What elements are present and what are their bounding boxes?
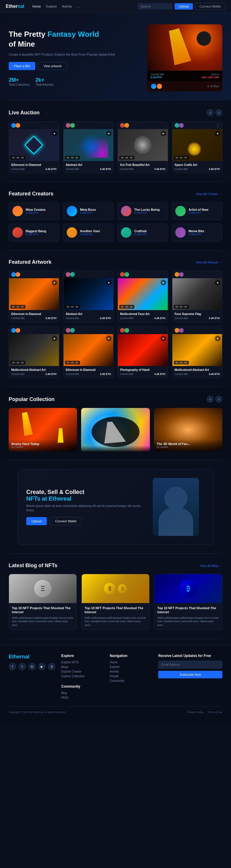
blog-image-1: Ξ bbox=[9, 574, 77, 603]
hero-card-avatars: ♥ 22 likes bbox=[147, 81, 222, 92]
creator-card-6[interactable]: Another User 0.196 ETH bbox=[63, 223, 114, 242]
subscribe-button[interactable]: Subscribe Now bbox=[158, 671, 222, 678]
creator-card-7[interactable]: Craftoid 5.196 ETH bbox=[117, 223, 168, 242]
hero-nft-card[interactable]: Current Bid 0.33 ETH End In 100 | 100 | … bbox=[147, 24, 222, 92]
footer-nav-link-1[interactable]: Home bbox=[110, 661, 152, 664]
nav-link-more[interactable]: ... bbox=[77, 5, 80, 8]
artwork-heart-7[interactable]: ♥ bbox=[160, 336, 166, 341]
footer-community-link-1[interactable]: Blog bbox=[61, 691, 104, 694]
creator-card-5[interactable]: Biggest Bang 0.196 ETH bbox=[9, 223, 60, 242]
social-youtube-icon[interactable]: ▶ bbox=[38, 663, 46, 670]
artwork-card-6[interactable]: 00 : 00 : 00 ♥ Ethereum in Diamond Curre… bbox=[63, 326, 114, 378]
artwork-card-7[interactable]: ♥ Photography of Hand Current Bid 3.45 E… bbox=[118, 326, 168, 378]
collection-card-1[interactable]: Brainy Here Today by creator bbox=[9, 408, 77, 452]
social-facebook-icon[interactable]: f bbox=[9, 663, 16, 670]
blog-card-2[interactable]: ₿ ₿ Top 10 NFT Projects That Shocked The… bbox=[81, 574, 150, 630]
view-artwork-button[interactable]: View artwork bbox=[38, 62, 67, 70]
card-heart-3[interactable]: ♥ bbox=[160, 131, 166, 136]
auction-card-2[interactable]: 00 : 00 : 00 ♥ Abstract Art Current Bid … bbox=[63, 121, 114, 173]
card-more-4[interactable]: ⋮ bbox=[216, 123, 220, 128]
terms-link[interactable]: Terms of use bbox=[207, 711, 222, 714]
footer-nav-link-3[interactable]: Activity bbox=[110, 670, 152, 673]
person-visual bbox=[153, 478, 199, 536]
artwork-heart-3[interactable]: ♥ bbox=[160, 280, 166, 285]
footer-explore-link-1[interactable]: Explore NFTs bbox=[61, 661, 104, 664]
artwork-card-8[interactable]: 00 : 00 : 00 ♥ Multicolored Abstract Art… bbox=[172, 326, 223, 378]
creator-card-4[interactable]: Artist of Now 3.196 ETH bbox=[171, 202, 222, 220]
artwork-card-2[interactable]: 00 : 00 : 00 ♥ Abstract Art Current Bid … bbox=[63, 271, 114, 322]
blog-image-2: ₿ ₿ bbox=[82, 574, 149, 603]
auction-next-button[interactable]: › bbox=[216, 109, 222, 116]
artwork-heart-4[interactable]: ♥ bbox=[215, 280, 221, 285]
hero-buttons: Place a Bid View artwork bbox=[9, 62, 142, 70]
auction-card-1[interactable]: 00 : 00 : 00 ♥ Ethereum in Diamond Curre… bbox=[9, 121, 59, 173]
artwork-card-3[interactable]: 00 : 00 : 00 ♥ Multicolored Face Art Cur… bbox=[118, 271, 168, 322]
footer-explore-link-4[interactable]: Explore Collection bbox=[61, 675, 104, 678]
artwork-title-3: Multicolored Face Art bbox=[120, 312, 165, 316]
creator-avatar-4 bbox=[175, 206, 186, 216]
creator-card-3[interactable]: The Lucky Being 0.196 ETH bbox=[117, 202, 168, 220]
connect-wallet-button[interactable]: Connect Wallet bbox=[195, 3, 225, 10]
card-heart-4[interactable]: ♥ bbox=[215, 131, 221, 136]
collection-card-2[interactable] bbox=[81, 408, 150, 452]
blog-post-title-3: Top 10 NFT Projects That Shocked The Int… bbox=[157, 606, 219, 614]
featured-artwork-section: Featured Artwork View All Artwork → 00 :… bbox=[0, 250, 231, 387]
card-header-1 bbox=[9, 122, 59, 129]
promote-upload-button[interactable]: Upload bbox=[26, 517, 47, 525]
creator-card-1[interactable]: Wow Creates 3.196 ETH bbox=[9, 202, 60, 220]
artwork-image-7: ♥ bbox=[118, 334, 168, 366]
auction-card-4[interactable]: ⋮ 00 : 00 : 00 ♥ Space Crafts Art Curren… bbox=[172, 121, 223, 173]
view-all-blog[interactable]: View All Blog → bbox=[200, 564, 222, 567]
creator-card-8[interactable]: Meow Bits 9.196 ETH bbox=[171, 223, 222, 242]
social-instagram-icon[interactable]: in bbox=[28, 663, 36, 670]
artwork-heart-5[interactable]: ♥ bbox=[52, 336, 57, 341]
newsletter-email-input[interactable] bbox=[158, 661, 222, 669]
blog-excerpt-1: Mello pellentesque pellentesque feugiat … bbox=[12, 616, 74, 627]
artwork-avatar-5a bbox=[11, 328, 16, 333]
nav-link-activity[interactable]: Activity bbox=[62, 5, 72, 8]
footer-explore: Explore Explore NFTs Blogs Explore Creat… bbox=[61, 654, 104, 701]
blog-card-3[interactable]: ₿ Top 10 NFT Projects That Shocked The I… bbox=[154, 574, 222, 630]
artwork-card-1[interactable]: 00 : 00 : 00 ♥ Ethereum in Diamond Curre… bbox=[9, 271, 59, 322]
card-body-3: Koi Fish Beautiful Art Current Bid 3.45 … bbox=[118, 161, 168, 173]
card-heart-2[interactable]: ♥ bbox=[106, 131, 112, 136]
promote-connect-button[interactable]: Connect Wallet bbox=[50, 517, 82, 525]
footer-community-link-2[interactable]: FAQs bbox=[61, 696, 104, 699]
artwork-heart-2[interactable]: ♥ bbox=[106, 280, 112, 285]
artwork-card-4[interactable]: 00 : 00 : 00 ♥ Face Supreme Flag Current… bbox=[172, 271, 223, 322]
artwork-heart-8[interactable]: ♥ bbox=[215, 336, 221, 341]
place-bid-button[interactable]: Place a Bid bbox=[9, 62, 35, 70]
artwork-card-5[interactable]: 00 : 00 : 00 ♥ Multicolored Abstract Art… bbox=[9, 326, 59, 378]
footer-explore-link-2[interactable]: Blogs bbox=[61, 665, 104, 669]
collection-next-button[interactable]: › bbox=[216, 396, 222, 403]
footer: Ethernal f t in ▶ d Explore Explore NFTs… bbox=[0, 645, 231, 722]
card-heart-1[interactable]: ♥ bbox=[52, 131, 57, 136]
privacy-policy-link[interactable]: Privacy Policy bbox=[187, 711, 203, 714]
search-input[interactable] bbox=[138, 3, 172, 9]
social-discord-icon[interactable]: d bbox=[48, 663, 55, 670]
artwork-avatar-2b bbox=[70, 272, 75, 277]
collection-card-3[interactable]: The 3D World of Fan... by creator bbox=[154, 408, 222, 452]
artwork-heart-6[interactable]: ♥ bbox=[106, 336, 112, 341]
auction-prev-button[interactable]: ‹ bbox=[207, 109, 214, 116]
view-all-artwork[interactable]: View All Artwork → bbox=[196, 260, 222, 264]
artwork-heart-1[interactable]: ♥ bbox=[52, 280, 57, 285]
footer-nav-link-4[interactable]: People bbox=[110, 675, 152, 678]
creator-card-2[interactable]: Meta Boss 3.196 ETH bbox=[63, 202, 114, 220]
live-auction-title: Live Auction bbox=[9, 110, 40, 116]
blog-card-1[interactable]: Ξ Top 10 NFT Projects That Shocked The I… bbox=[9, 574, 77, 630]
nav-link-explore[interactable]: Explore bbox=[46, 5, 56, 8]
upload-button[interactable]: Upload bbox=[175, 3, 193, 9]
artwork-header: Featured Artwork View All Artwork → bbox=[9, 259, 222, 265]
footer-nav-link-2[interactable]: Explore bbox=[110, 665, 152, 669]
auction-card-3[interactable]: 00 : 00 : 00 ♥ Koi Fish Beautiful Art Cu… bbox=[118, 121, 168, 173]
creator-eth-4: 3.196 ETH bbox=[189, 211, 208, 214]
footer-explore-link-3[interactable]: Explore Creator bbox=[61, 670, 104, 673]
nav-link-home[interactable]: Home bbox=[32, 5, 41, 8]
collection-prev-button[interactable]: ‹ bbox=[207, 396, 214, 403]
creator-eth-7: 5.196 ETH bbox=[134, 233, 147, 236]
view-all-creators[interactable]: View All Creator → bbox=[196, 192, 222, 196]
social-twitter-icon[interactable]: t bbox=[18, 663, 26, 670]
creator-info-3: The Lucky Being 0.196 ETH bbox=[134, 208, 160, 214]
footer-nav-link-5[interactable]: Community bbox=[110, 679, 152, 682]
